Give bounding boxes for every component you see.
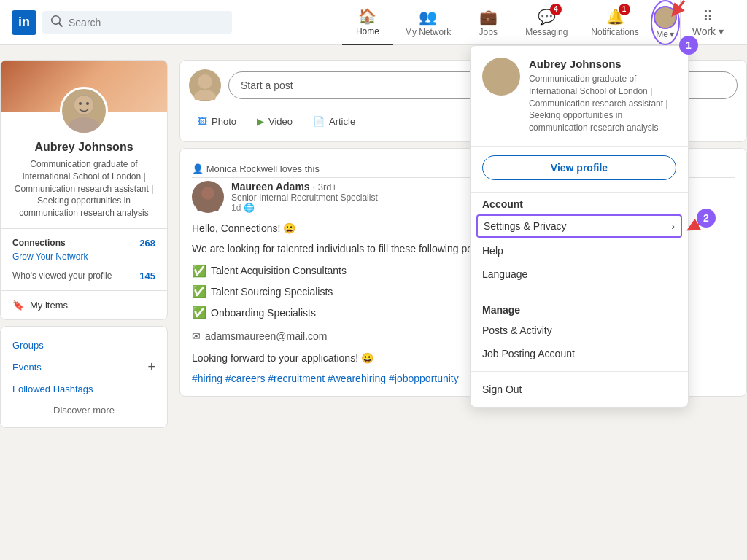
checkbox-icon: ✅ bbox=[192, 262, 206, 281]
profile-stats: Connections 268 Grow Your Network Who's … bbox=[1, 228, 167, 290]
groups-link[interactable]: Groups bbox=[12, 335, 155, 355]
linkedin-logo[interactable]: in bbox=[12, 10, 36, 35]
profile-avatar[interactable] bbox=[60, 87, 108, 135]
viewed-label: Who's viewed your profile bbox=[12, 271, 112, 281]
nav-home[interactable]: 🏠 Home bbox=[342, 0, 393, 45]
connections-row: Connections 268 bbox=[12, 235, 155, 252]
sign-out-item[interactable]: Sign Out bbox=[471, 378, 688, 407]
email-icon: ✉ bbox=[192, 328, 201, 344]
job-posting-account-item[interactable]: Job Posting Account bbox=[471, 342, 688, 365]
connections-label: Connections bbox=[12, 238, 66, 248]
jobs-icon: 💼 bbox=[479, 8, 498, 26]
globe-icon: 🌐 bbox=[244, 203, 255, 213]
nav-notifications-label: Notifications bbox=[591, 27, 638, 37]
notifications-icon: 🔔 1 bbox=[606, 8, 624, 26]
nav-notifications[interactable]: 🔔 1 Notifications bbox=[579, 0, 650, 45]
chevron-right-icon: › bbox=[671, 220, 675, 232]
svg-point-2 bbox=[494, 66, 508, 80]
author-avatar bbox=[192, 181, 224, 213]
settings-privacy-item[interactable]: Settings & Privacy › 2 bbox=[476, 214, 682, 238]
svg-point-1 bbox=[658, 20, 673, 28]
settings-privacy-label: Settings & Privacy bbox=[484, 220, 567, 232]
dropdown-divider-1 bbox=[471, 292, 688, 292]
checkbox-icon: ✅ bbox=[192, 282, 206, 301]
svg-point-10 bbox=[194, 90, 216, 100]
posts-activity-item[interactable]: Posts & Activity bbox=[471, 319, 688, 342]
annotation-badge-1: 1 bbox=[679, 36, 698, 55]
search-bar[interactable] bbox=[42, 11, 232, 34]
article-icon: 📄 bbox=[313, 116, 325, 127]
nav-messaging[interactable]: 💬 4 Messaging bbox=[514, 0, 579, 45]
post-avatar bbox=[189, 69, 221, 101]
svg-point-8 bbox=[86, 102, 89, 105]
dropdown-avatar bbox=[482, 58, 520, 96]
me-label: Me ▾ bbox=[656, 29, 674, 39]
svg-point-5 bbox=[68, 117, 100, 133]
dropdown-profile-section: Aubrey Johnsons Communication graduate o… bbox=[471, 46, 688, 147]
video-icon: ▶ bbox=[257, 116, 264, 127]
help-item[interactable]: Help bbox=[471, 239, 688, 262]
photo-button[interactable]: 🖼 Photo bbox=[189, 110, 245, 133]
author-title: Senior Internal Recruitment Specialist bbox=[231, 192, 378, 203]
left-sidebar: Aubrey Johnsons Communication graduate o… bbox=[0, 60, 168, 428]
svg-point-0 bbox=[660, 10, 670, 20]
video-button[interactable]: ▶ Video bbox=[248, 110, 301, 133]
svg-point-13 bbox=[201, 187, 214, 200]
account-section-title: Account bbox=[471, 192, 688, 213]
dropdown-divider-2 bbox=[471, 371, 688, 372]
article-button[interactable]: 📄 Article bbox=[304, 110, 364, 133]
nav-network[interactable]: 👥 My Network bbox=[393, 0, 462, 45]
svg-point-12 bbox=[197, 201, 219, 211]
main-nav: 🏠 Home 👥 My Network 💼 Jobs 💬 4 Messaging… bbox=[342, 0, 735, 45]
notifications-badge: 1 bbox=[619, 4, 630, 15]
dropdown-desc: Communication graduate of International … bbox=[529, 73, 676, 134]
grow-network-link[interactable]: Grow Your Network bbox=[12, 252, 155, 262]
likes-text: Monica Rockwell loves this bbox=[206, 163, 320, 174]
home-icon: 🏠 bbox=[358, 7, 376, 25]
nav-messaging-label: Messaging bbox=[525, 27, 568, 37]
me-avatar bbox=[654, 6, 677, 29]
photo-icon: 🖼 bbox=[198, 116, 207, 127]
header: in 🏠 Home 👥 My Network 💼 Jobs 💬 4 bbox=[0, 0, 747, 45]
profile-description: Communication graduate of International … bbox=[12, 158, 155, 219]
dropdown-name: Aubrey Johnsons bbox=[529, 58, 676, 70]
search-icon bbox=[51, 15, 63, 29]
profile-background bbox=[1, 61, 167, 112]
language-item[interactable]: Language bbox=[471, 262, 688, 286]
manage-section-title: Manage bbox=[471, 298, 688, 319]
dropdown-profile-text: Aubrey Johnsons Communication graduate o… bbox=[529, 58, 676, 134]
add-event-icon[interactable]: + bbox=[147, 359, 155, 375]
events-link[interactable]: Events + bbox=[12, 355, 155, 379]
checkbox-icon: ✅ bbox=[192, 303, 206, 322]
profile-avatar-wrap bbox=[60, 87, 108, 135]
viewed-row: Who's viewed your profile 145 bbox=[12, 268, 155, 284]
messaging-badge: 4 bbox=[550, 4, 562, 15]
author-info: Maureen Adams · 3rd+ Senior Internal Rec… bbox=[231, 181, 378, 213]
hashtags-link[interactable]: Followed Hashtags bbox=[12, 379, 155, 399]
view-profile-button[interactable]: View profile bbox=[482, 155, 676, 180]
svg-point-3 bbox=[490, 82, 512, 93]
search-input[interactable] bbox=[69, 17, 223, 28]
nav-jobs[interactable]: 💼 Jobs bbox=[462, 0, 514, 45]
profile-card: Aubrey Johnsons Communication graduate o… bbox=[0, 60, 168, 320]
nav-home-label: Home bbox=[356, 26, 379, 36]
likes-avatar: 👤 bbox=[192, 163, 204, 174]
svg-point-9 bbox=[198, 74, 212, 89]
author-time: 1d 🌐 bbox=[231, 203, 378, 213]
bookmark-icon: 🔖 bbox=[12, 300, 24, 311]
nav-me[interactable]: Me ▾ bbox=[651, 0, 680, 45]
discover-more-link[interactable]: Discover more bbox=[12, 399, 155, 419]
network-icon: 👥 bbox=[419, 8, 437, 26]
messaging-icon: 💬 4 bbox=[538, 8, 556, 26]
my-items-link[interactable]: 🔖 My items bbox=[1, 290, 167, 319]
sidebar-links-card: Groups Events + Followed Hashtags Discov… bbox=[0, 326, 168, 428]
connections-value[interactable]: 268 bbox=[139, 238, 155, 249]
work-grid-icon: ⠿ bbox=[703, 8, 713, 26]
svg-point-7 bbox=[79, 102, 82, 105]
viewed-value[interactable]: 145 bbox=[139, 271, 155, 281]
profile-name: Aubrey Johnsons bbox=[12, 141, 155, 154]
nav-jobs-label: Jobs bbox=[479, 27, 498, 37]
user-dropdown-menu: 1 Aubrey Johnsons Communication graduate… bbox=[470, 45, 689, 408]
nav-network-label: My Network bbox=[405, 27, 451, 37]
